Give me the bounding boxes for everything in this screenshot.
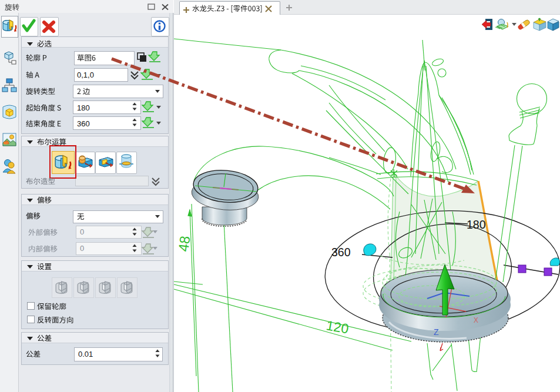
svg-text:120: 120 (325, 317, 350, 336)
svg-text:0: 0 (80, 227, 84, 236)
svg-text:0: 0 (80, 244, 84, 253)
svg-text:180: 180 (467, 218, 486, 231)
svg-text:0.01: 0.01 (78, 350, 93, 359)
svg-text:360: 360 (331, 246, 351, 259)
svg-text:X: X (474, 316, 478, 324)
svg-text:180: 180 (77, 103, 90, 112)
svg-text:Z: Z (434, 327, 439, 337)
svg-text:48: 48 (175, 235, 193, 253)
svg-text:0,1,0: 0,1,0 (77, 71, 94, 79)
svg-text:360: 360 (77, 119, 90, 128)
